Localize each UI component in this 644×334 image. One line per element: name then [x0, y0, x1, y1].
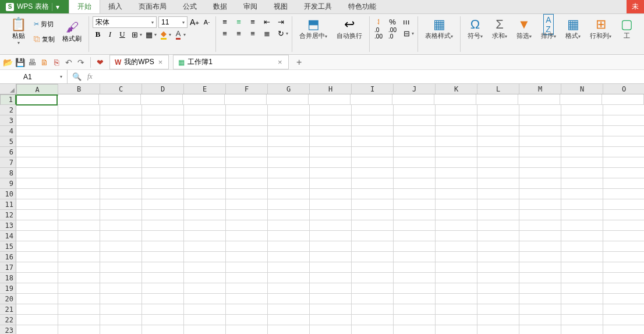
cell[interactable] [58, 199, 100, 210]
cell[interactable] [519, 178, 561, 189]
cell[interactable] [561, 157, 603, 168]
menu-tab-4[interactable]: 数据 [205, 0, 235, 13]
cell[interactable] [141, 94, 183, 105]
column-header[interactable]: I [352, 84, 394, 94]
cell[interactable] [142, 199, 184, 210]
cell[interactable] [58, 252, 100, 262]
cell[interactable] [100, 294, 142, 304]
cell[interactable] [394, 136, 436, 147]
cell[interactable] [310, 231, 352, 241]
cell[interactable] [142, 220, 184, 231]
cell[interactable] [436, 273, 477, 283]
cell[interactable] [561, 315, 603, 325]
cell[interactable] [352, 115, 394, 126]
column-header[interactable]: H [310, 84, 352, 94]
cell[interactable] [436, 178, 477, 189]
row-header[interactable]: 16 [0, 252, 16, 262]
app-menu[interactable]: S WPS 表格 ▾ [0, 0, 69, 13]
filter-button[interactable]: ▼筛选▾ [513, 16, 535, 41]
cell[interactable] [519, 189, 561, 199]
cell[interactable] [268, 325, 310, 334]
cell[interactable] [394, 273, 436, 283]
cell[interactable] [352, 315, 394, 325]
cell[interactable] [436, 157, 477, 168]
cell[interactable] [16, 252, 58, 262]
cell[interactable] [310, 325, 352, 334]
cell[interactable] [392, 94, 434, 105]
format-painter-button[interactable]: 🖌 格式刷 [59, 16, 85, 47]
close-icon[interactable]: × [157, 58, 164, 66]
cell[interactable] [310, 147, 352, 157]
cell[interactable] [519, 252, 561, 262]
cell[interactable] [561, 220, 603, 231]
cell[interactable] [58, 315, 100, 325]
cell[interactable] [436, 294, 477, 304]
cell[interactable] [142, 283, 184, 294]
cell[interactable] [394, 105, 436, 115]
cells-area[interactable] [16, 94, 644, 334]
cell[interactable] [226, 147, 268, 157]
print-preview-icon[interactable]: 🗎 [39, 57, 49, 68]
cell[interactable] [268, 252, 310, 262]
cell[interactable] [603, 315, 644, 325]
comma-button[interactable]: ווו [401, 16, 412, 27]
cell[interactable] [352, 105, 394, 115]
cell[interactable] [310, 220, 352, 231]
cell[interactable] [394, 220, 436, 231]
row-header[interactable]: 12 [0, 210, 16, 220]
cell[interactable] [58, 115, 100, 126]
cell[interactable] [310, 126, 352, 136]
cell[interactable] [142, 262, 184, 273]
cell[interactable] [561, 283, 603, 294]
cell[interactable] [16, 157, 58, 168]
cell[interactable] [603, 136, 644, 147]
cell[interactable] [561, 136, 603, 147]
row-header[interactable]: 17 [0, 262, 16, 273]
cell[interactable] [477, 231, 519, 241]
cell[interactable] [310, 210, 352, 220]
cell[interactable] [477, 325, 519, 334]
cell[interactable] [352, 136, 394, 147]
cell[interactable] [561, 147, 603, 157]
cell[interactable] [58, 189, 100, 199]
cell[interactable] [16, 115, 58, 126]
cell[interactable] [519, 304, 561, 315]
close-icon[interactable]: × [277, 58, 284, 66]
cell[interactable] [16, 262, 58, 273]
column-header[interactable]: C [100, 84, 142, 94]
border-style-button[interactable]: ▦▾ [144, 29, 157, 40]
decrease-decimal-button[interactable]: .00.0 [387, 28, 398, 38]
cell[interactable] [603, 231, 644, 241]
cell[interactable] [603, 126, 644, 136]
column-header[interactable]: O [603, 84, 644, 94]
cell[interactable] [519, 283, 561, 294]
cell[interactable] [394, 231, 436, 241]
cell[interactable] [268, 136, 310, 147]
cell[interactable] [519, 273, 561, 283]
cell[interactable] [184, 126, 226, 136]
cell[interactable] [603, 252, 644, 262]
cell[interactable] [603, 262, 644, 273]
cell[interactable] [58, 220, 100, 231]
cell[interactable] [477, 220, 519, 231]
cell[interactable] [142, 210, 184, 220]
indent-decrease-button[interactable]: ⇤ [261, 16, 272, 27]
cell[interactable] [57, 94, 99, 105]
cell[interactable] [519, 157, 561, 168]
cell[interactable] [310, 105, 352, 115]
font-color-button[interactable]: A▾ [173, 29, 186, 40]
search-icon[interactable]: 🔍 [72, 72, 82, 81]
row-header[interactable]: 15 [0, 241, 16, 252]
cell[interactable] [16, 189, 58, 199]
cell[interactable] [310, 189, 352, 199]
cell[interactable] [142, 231, 184, 241]
menu-tab-1[interactable]: 插入 [100, 0, 130, 13]
cell[interactable] [16, 126, 58, 136]
cell[interactable] [561, 105, 603, 115]
increase-font-button[interactable]: A+ [189, 17, 200, 27]
cell[interactable] [561, 168, 603, 178]
cell[interactable] [519, 210, 561, 220]
cell[interactable] [100, 168, 142, 178]
cell[interactable] [561, 126, 603, 136]
cell[interactable] [394, 178, 436, 189]
